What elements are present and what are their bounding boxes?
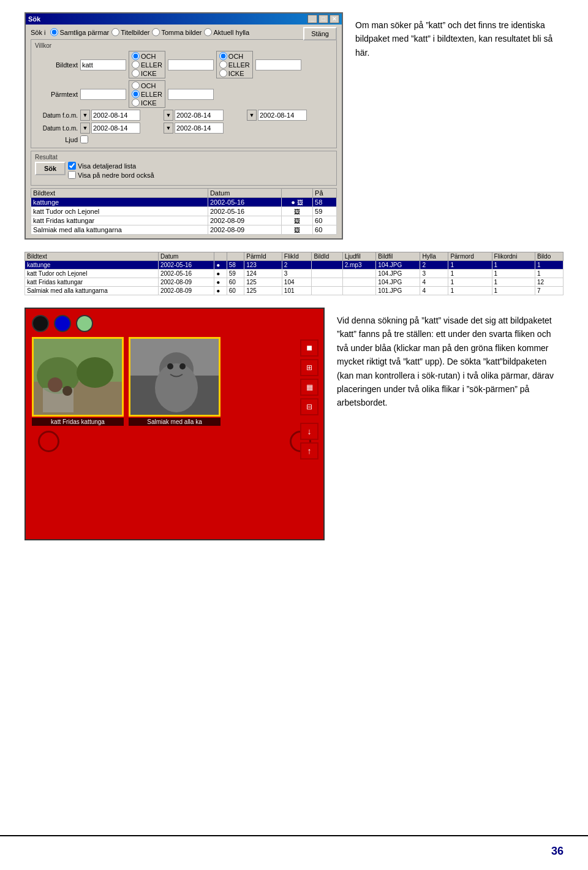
col-icons [282, 189, 313, 198]
datum-fom-row: Datum f.o.m. ▼ ▼ ▼ [35, 110, 333, 121]
thumbnail-img-2[interactable] [129, 337, 221, 417]
sidebar-icon-2: ⊞ [306, 363, 312, 372]
radio-samtliga[interactable]: Samtliga pärmar [50, 28, 109, 36]
thumbnail-1-label: katt Fridas kattunga [32, 418, 124, 426]
resultat-label: Resultat [35, 154, 333, 161]
sidebar-btn-4[interactable]: ⊟ [300, 398, 318, 415]
red-circle-left[interactable] [38, 431, 59, 452]
wide-table-row[interactable]: kattunge2002-05-16●5812322.mp3104.JPG211… [25, 261, 564, 270]
visa-detaljerad-checkbox[interactable] [68, 162, 76, 170]
radio-tomma[interactable]: Tomma bilder [152, 28, 202, 36]
wide-table-cell: 60 [227, 278, 244, 287]
wide-col-header: Bildo [535, 252, 563, 261]
date-fom-input-1[interactable] [91, 110, 140, 121]
results-table-row[interactable]: kattunge 2002-05-16 ● 🖼 58 [31, 198, 337, 207]
black-circle-button[interactable] [32, 315, 49, 332]
wide-table-row[interactable]: katt Fridas kattungar2002-08-09●60125104… [25, 278, 564, 287]
date-fom-btn-3[interactable]: ▼ [247, 110, 257, 121]
ljud-checkbox[interactable] [80, 135, 88, 143]
date-fom-btn-1[interactable]: ▼ [80, 110, 90, 121]
sidebar-icon-4: ⊟ [306, 403, 312, 411]
stang-button[interactable]: Stäng [303, 27, 337, 40]
radio-eller-1[interactable]: ELLER [132, 61, 162, 69]
date-tom-btn-1[interactable]: ▼ [80, 123, 90, 134]
sidebar-btn-2[interactable]: ⊞ [300, 359, 318, 376]
bottom-bar [32, 431, 317, 452]
wide-col-header: BildId [312, 252, 342, 261]
cell-icons: 🖼 [282, 225, 313, 235]
sidebar-btn-5[interactable]: ↓ [300, 423, 318, 440]
wide-table-cell [342, 270, 376, 278]
thumbnail-1[interactable]: katt Fridas kattunga [32, 337, 124, 426]
radio-eller-2[interactable]: ELLER [219, 61, 250, 69]
bildtext-label: Bildtext [35, 61, 78, 69]
radio-eller-3[interactable]: OCH [132, 81, 162, 89]
wide-table-cell: 3 [282, 270, 312, 278]
wide-col-header: Bildfil [376, 252, 420, 261]
thumbnail-2[interactable]: Salmiak med alla ka [129, 337, 221, 426]
parmtext-input-2[interactable] [168, 89, 214, 100]
wide-col-header [214, 252, 227, 261]
date-fom-input-2[interactable] [175, 110, 224, 121]
maximize-button[interactable]: □ [318, 15, 328, 23]
radio-icke-3[interactable]: ICKE [132, 99, 162, 107]
wide-table-row[interactable]: katt Tudor och Lejonel2002-05-16●5912431… [25, 270, 564, 278]
wide-table-cell: 1 [492, 287, 535, 295]
sok-button[interactable]: Sök [35, 162, 66, 175]
radio-och-1[interactable]: OCH [132, 52, 162, 60]
svg-point-12 [179, 363, 186, 369]
close-button[interactable]: ✕ [330, 15, 339, 23]
resultat-section: Resultat Sök Visa detaljerad lista Visa … [31, 151, 337, 186]
bildtext-input-2[interactable] [168, 59, 214, 70]
wide-col-header: Hylla [420, 252, 448, 261]
radio-eller-3b[interactable]: ELLER [132, 90, 162, 98]
date-tom-btn-2[interactable]: ▼ [164, 123, 173, 134]
radio-och-2[interactable]: OCH [219, 52, 250, 60]
minimize-button[interactable]: _ [307, 15, 317, 23]
datum-tom-label: Datum t.o.m. [35, 125, 78, 132]
cell-datum: 2002-05-16 [208, 198, 281, 207]
sidebar-icon-5: ↓ [307, 426, 312, 436]
wide-table-cell: 3 [420, 270, 448, 278]
visa-nedre-checkbox[interactable] [68, 171, 76, 179]
wide-col-header: Bildtext [25, 252, 159, 261]
sidebar-btn-1[interactable]: ■ [300, 339, 318, 357]
villkor-label: Villkor [35, 42, 333, 49]
wide-col-header: Flikordni [492, 252, 535, 261]
wide-table-cell: 60 [227, 287, 244, 295]
radio-titelbilder[interactable]: Titelbilder [111, 28, 149, 36]
results-table-row[interactable]: Salmiak med alla kattungarna 2002-08-09 … [31, 225, 337, 235]
results-table-row[interactable]: katt Tudor och Lejonel 2002-05-16 🖼 59 [31, 207, 337, 216]
date-fom-btn-2[interactable]: ▼ [164, 110, 173, 121]
results-table-row[interactable]: katt Fridas kattungar 2002-08-09 🖼 60 [31, 216, 337, 225]
radio-icke-1[interactable]: ICKE [132, 69, 162, 77]
cell-bildtext: katt Fridas kattungar [31, 216, 208, 225]
wide-table-row[interactable]: Salmiak med alla kattungarna2002-08-09●6… [25, 287, 564, 295]
wide-table-cell: 1 [448, 270, 492, 278]
top-description-text: Om man söker på ”katt” och det finns tre… [355, 18, 564, 59]
radio-aktuell[interactable]: Aktuell hylla [204, 28, 249, 36]
parmtext-input-1[interactable] [80, 89, 126, 100]
wide-col-header: Datum [158, 252, 214, 261]
wide-table-cell: katt Tudor och Lejonel [25, 270, 159, 278]
date-tom-input-2[interactable] [175, 123, 224, 134]
dialog-title: Sök [28, 15, 40, 23]
sidebar-btn-3[interactable]: ▦ [300, 379, 318, 396]
datum-fom-label: Datum f.o.m. [35, 112, 78, 119]
sidebar-btn-6[interactable]: ↑ [300, 442, 318, 460]
logic-group-3: OCH ELLER ICKE [129, 80, 165, 108]
wide-table-cell: 1 [492, 270, 535, 278]
svg-point-6 [62, 386, 72, 396]
green-circle-button[interactable] [76, 315, 93, 332]
bildtext-input[interactable] [80, 59, 126, 70]
blue-circle-button[interactable] [54, 315, 71, 332]
radio-icke-2[interactable]: ICKE [219, 69, 250, 77]
wide-table-cell: 2002-05-16 [158, 270, 214, 278]
cell-pa: 60 [313, 225, 337, 235]
bildtext-input-3[interactable] [255, 59, 301, 70]
bottom-description-text: Vid denna sökning på ”katt” visade det s… [337, 314, 564, 410]
date-fom-input-3[interactable] [258, 110, 307, 121]
date-tom-input-1[interactable] [91, 123, 140, 134]
sidebar-icon-3: ▦ [306, 383, 313, 392]
thumbnail-img-1[interactable] [32, 337, 124, 417]
